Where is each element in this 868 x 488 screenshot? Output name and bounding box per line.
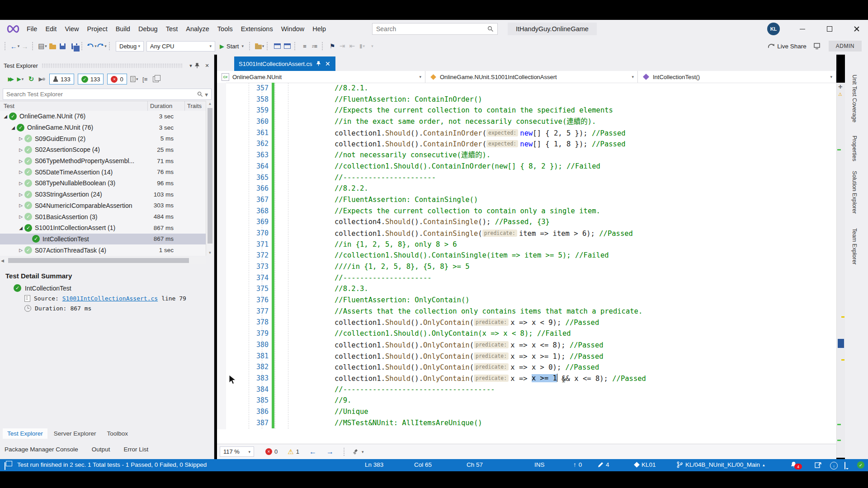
right-tab-unit-test-coverage[interactable]: Unit Test Coverage xyxy=(851,75,858,122)
panel-menu-button[interactable]: ▾ xyxy=(187,63,195,69)
hierarchy-button[interactable] xyxy=(151,74,161,84)
new-project-button[interactable]: ▤▾ xyxy=(38,41,47,52)
test-tree-row[interactable]: ▷✓S06TypeMethodPropertyAssembl...71 ms xyxy=(0,155,206,167)
pin-icon[interactable] xyxy=(316,61,321,66)
tree-expander-icon[interactable]: ◢ xyxy=(10,125,16,130)
status-insert-mode[interactable]: INS xyxy=(534,461,545,468)
pin-panel-button[interactable] xyxy=(195,63,203,69)
document-tab-active[interactable]: S1001IntCollectionAssert.cs xyxy=(234,56,335,71)
undo-button[interactable]: ▾ xyxy=(87,41,97,52)
immediate-window-button[interactable] xyxy=(282,41,292,52)
status-column[interactable]: Col 65 xyxy=(414,461,432,468)
solution-configuration-dropdown[interactable]: Debug▾ xyxy=(116,41,144,52)
menu-item-project[interactable]: Project xyxy=(83,20,112,38)
test-tree-row[interactable]: ▷✓S03StringAssertion (24)103 ms xyxy=(0,189,206,200)
status-character[interactable]: Ch 57 xyxy=(467,461,483,468)
code-line-380[interactable]: 380collection1.Should().OnlyContain(pred… xyxy=(244,339,836,351)
test-tree-horizontal-scrollbar[interactable]: ◀ xyxy=(0,257,206,264)
code-line-373[interactable]: 373////in {1, 2, 5, 8}, {5, 8} >= 5 xyxy=(244,261,836,272)
tree-expander-icon[interactable]: ◢ xyxy=(3,114,8,119)
updates-button[interactable]: ↓ xyxy=(830,462,838,469)
tree-expander-icon[interactable]: ◢ xyxy=(18,225,24,230)
test-tree-row[interactable]: ▷✓S01BasicAssertion (3)484 ms xyxy=(0,211,206,222)
passed-tests-filter[interactable]: ✓ 133 xyxy=(78,74,104,84)
attach-to-process-button[interactable]: ▾ xyxy=(255,41,264,52)
bookmark-button[interactable]: ⚑ xyxy=(327,41,337,52)
tree-expander-icon[interactable]: ▷ xyxy=(18,181,24,186)
failed-tests-filter[interactable]: × 0 xyxy=(107,74,127,84)
column-duration[interactable]: Duration xyxy=(150,103,172,109)
menu-item-file[interactable]: File xyxy=(23,20,41,38)
test-tree-row[interactable]: ▷✓S07ActionThreadTask (4)1 sec xyxy=(0,244,206,256)
tool-tab-test-explorer[interactable]: Test Explorer xyxy=(3,428,47,439)
status-line[interactable]: Ln 383 xyxy=(365,461,383,468)
outdent-button[interactable]: ⇤ xyxy=(347,41,357,52)
scroll-left-icon[interactable]: ◀ xyxy=(1,258,4,263)
save-all-button[interactable] xyxy=(69,41,79,52)
breadcrumb-dropdown-0[interactable]: C#OnlineGame.NUnit▾ xyxy=(217,71,425,83)
code-line-370[interactable]: 370collection1.Should().ContainSingle(pr… xyxy=(244,228,836,239)
breakpoint-margin[interactable] xyxy=(217,83,226,429)
menu-item-debug[interactable]: Debug xyxy=(134,20,162,38)
tree-expander-icon[interactable]: ▷ xyxy=(18,203,24,208)
comment-button[interactable]: ▮▾ xyxy=(357,41,367,52)
code-line-376[interactable]: 376//FluentAssertion: OnlyContain() xyxy=(244,295,836,306)
test-tree-row[interactable]: ▷✓S09GuidEnum (2)5 ms xyxy=(0,133,206,144)
branch-button[interactable]: KL/04B_NUnit_KL/00_Main ▴ xyxy=(677,461,765,468)
menu-item-window[interactable]: Window xyxy=(277,20,309,38)
right-tab-properties[interactable]: Properties xyxy=(851,136,858,161)
scrollbar-thumb[interactable] xyxy=(8,258,189,263)
tree-expander-icon[interactable]: ▷ xyxy=(18,192,24,197)
save-button[interactable] xyxy=(57,41,67,52)
send-feedback-icon[interactable] xyxy=(814,43,821,49)
breadcrumb-dropdown-2[interactable]: IntCollectionTest()▾ xyxy=(638,71,836,83)
code-line-363[interactable]: 363//not necessarily consecutive(連續的). xyxy=(244,150,836,161)
code-line-371[interactable]: 371//in {1, 2, 5, 8}, only 8 > 6 xyxy=(244,239,836,250)
tree-expander-icon[interactable]: ▷ xyxy=(18,248,24,253)
code-line-382[interactable]: 382collection1.Should().OnlyContain(pred… xyxy=(244,361,836,373)
panel-tab-error-list[interactable]: Error List xyxy=(123,444,149,455)
panel-tab-package-manager-console[interactable]: Package Manager Console xyxy=(4,444,79,455)
warning-count-button[interactable]: ⚠ 1 xyxy=(288,448,299,456)
code-line-360[interactable]: 360//in the exact same order, not necess… xyxy=(244,116,836,127)
code-line-369[interactable]: 369collection4.Should().ContainSingle();… xyxy=(244,216,836,228)
zoom-level-dropdown[interactable]: 117 %▾ xyxy=(220,446,254,457)
code-view[interactable]: 357//8.2.1.358//FluentAssertion: Contain… xyxy=(244,83,836,428)
menu-item-analyze[interactable]: Analyze xyxy=(182,20,213,38)
indent-button[interactable]: ⇥ xyxy=(337,41,347,52)
code-line-361[interactable]: 361collection1.Should().ContainInOrder(e… xyxy=(244,127,836,139)
code-line-368[interactable]: 368//Expects the current collection to c… xyxy=(244,206,836,217)
code-line-357[interactable]: 357//8.2.1. xyxy=(244,83,836,94)
code-line-377[interactable]: 377//Asserts that the collection only co… xyxy=(244,306,836,317)
close-panel-button[interactable]: ✕ xyxy=(203,63,211,69)
outgoing-commits-button[interactable]: ↑ 0 xyxy=(573,461,582,468)
run-tests-button[interactable]: ▶▾ xyxy=(15,74,25,84)
find-symbol-results-button[interactable]: 2≡ xyxy=(310,41,320,52)
column-test[interactable]: Test xyxy=(4,103,14,109)
global-search-input[interactable]: Search xyxy=(372,23,498,35)
editor-vertical-scrollbar[interactable]: ✚ ⚠ xyxy=(836,83,845,458)
navigate-previous-button[interactable]: ← xyxy=(309,448,316,456)
navigate-back-button[interactable]: ←▾ xyxy=(10,41,20,52)
test-tree-row[interactable]: ▷✓S08TypeNullableBoolean (3)96 ms xyxy=(0,178,206,189)
restore-button[interactable] xyxy=(819,20,840,38)
notifications-button[interactable]: 4 xyxy=(790,461,797,468)
code-line-362[interactable]: 362collection1.Should().ContainInOrder(e… xyxy=(244,138,836,150)
navigate-forward-button[interactable]: → xyxy=(20,41,30,52)
code-line-379[interactable]: 379//collection1.Should().OnlyContain(x … xyxy=(244,328,836,339)
column-traits[interactable]: Traits xyxy=(187,103,202,109)
user-avatar[interactable]: KL xyxy=(767,23,780,35)
test-tree-row[interactable]: ◢✓OnlineGame.NUnit (76)3 sec xyxy=(0,111,206,122)
test-tree-row[interactable]: ▷✓S04NumericIComparableAssertion303 ms xyxy=(0,200,206,211)
publish-button[interactable] xyxy=(815,462,821,468)
minimize-button[interactable] xyxy=(792,20,813,38)
total-tests-filter[interactable]: 133 xyxy=(49,74,74,84)
breakpoint-window-button[interactable] xyxy=(272,41,282,52)
code-line-367[interactable]: 367//FluentAssertion: ContainSingle() xyxy=(244,194,836,206)
code-cleanup-button[interactable]: ▾ xyxy=(353,449,364,455)
test-tree-vertical-scrollbar[interactable]: ▲ ▼ xyxy=(206,101,214,256)
source-file-link[interactable]: S1001IntCollectionAssert.cs xyxy=(62,295,158,302)
test-tree-row[interactable]: ▷✓S05DateTimeAssertion (14)76 ms xyxy=(0,166,206,178)
tree-expander-icon[interactable]: ▷ xyxy=(18,136,24,141)
repeat-last-run-button[interactable]: ↻ xyxy=(26,74,36,84)
